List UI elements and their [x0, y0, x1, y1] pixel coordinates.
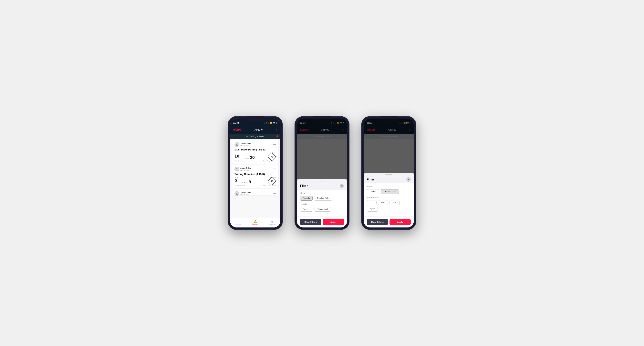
nav-home-1[interactable]: ⌂ Home: [230, 220, 247, 225]
activity-card-2[interactable]: Josh Coles 28 Feb 2023 ••• Putting Combi…: [232, 165, 278, 188]
svg-point-5: [236, 194, 238, 195]
dots-menu-2[interactable]: •••: [273, 168, 276, 171]
capture-label-1: Capture: [269, 224, 275, 225]
activity-card-3[interactable]: Josh Coles 28 Feb 2023 •••: [232, 189, 278, 195]
card-title-2: Putting Combine (3-15 ft): [234, 173, 276, 175]
info-label-2: ℹ Test Information: [234, 184, 245, 186]
red-dot-1: [276, 135, 278, 137]
dots-menu-3[interactable]: •••: [273, 192, 276, 195]
apply-btn-3[interactable]: Apply: [390, 219, 411, 225]
data-label-1: Data: Clippd Capture: [263, 160, 276, 162]
card-header-1: Josh Coles 28 Feb 2023 •••: [234, 142, 276, 147]
card-title-1: Must Make Putting (3-6 ft): [234, 148, 276, 151]
svg-point-2: [236, 168, 238, 169]
quality-badge-2: 45: [267, 177, 276, 185]
home-label-1: Home: [236, 223, 240, 225]
status-time-1: 11:33: [233, 122, 239, 124]
close-button-2[interactable]: ✕: [340, 184, 344, 188]
rounds-btn-2[interactable]: Rounds: [300, 196, 312, 201]
clear-filters-btn-2[interactable]: Clear Filters: [300, 219, 321, 225]
user-info-1: Josh Coles 28 Feb 2023: [234, 142, 251, 147]
putt-btn-3[interactable]: PUTT: [367, 207, 378, 212]
screen-3: 11:33 ▲▲▲ 🛜 clippd Activity ≡ ⚙ View: [364, 119, 414, 227]
svg-point-4: [236, 192, 238, 194]
shots-col-1: OUT OF 20: [242, 155, 255, 160]
app-title-1: Activity: [254, 128, 262, 131]
quality-badge-1: 75: [267, 152, 276, 161]
capture-icon-1: ⊕: [271, 220, 273, 223]
score-col-2: Score 0: [234, 177, 238, 183]
notch-1: [246, 116, 264, 121]
filter-icon-1: ⚙: [246, 135, 248, 138]
card-header-2: Josh Coles 28 Feb 2023 •••: [234, 167, 276, 172]
dots-menu-1[interactable]: •••: [273, 143, 276, 146]
filter-overlay-3: Filter ✕ Show Rounds Practice Drills Pra…: [364, 119, 414, 227]
practice-round-btn-2[interactable]: Practice: [300, 207, 313, 212]
sheet-body-2: Show Rounds Practice Drills Rounds Pract…: [297, 190, 347, 216]
signal-icon-1: ▲▲▲: [264, 122, 269, 124]
user-date-2: 28 Feb 2023: [240, 169, 251, 171]
arg-btn-3[interactable]: ARG: [390, 200, 400, 205]
phone-3: 11:33 ▲▲▲ 🛜 clippd Activity ≡ ⚙ View: [361, 116, 416, 230]
filter-overlay-2: Filter ✕ Show Rounds Practice Drills Rou…: [297, 119, 347, 227]
activity-list-1: Josh Coles 28 Feb 2023 ••• Must Make Put…: [230, 139, 280, 217]
ott-btn-3[interactable]: OTT: [367, 200, 376, 205]
user-info-2: Josh Coles 28 Feb 2023: [234, 167, 251, 172]
sheet-header-2: Filter ✕: [297, 181, 347, 190]
menu-icon-1[interactable]: ≡: [276, 128, 277, 131]
rounds-buttons-2: Practice Tournament: [300, 207, 344, 212]
activities-label-1: Activities: [252, 224, 258, 225]
shots-value-2: 9: [248, 179, 251, 184]
sheet-header-3: Filter ✕: [364, 175, 414, 183]
card-footer-1: ℹ Test Information Data: Clippd Capture: [234, 160, 276, 162]
quality-col-1: Shot Quality 75: [269, 152, 276, 160]
svg-point-3: [236, 170, 238, 171]
quality-value-2: 45: [270, 180, 273, 182]
battery-icon-1: [273, 122, 276, 124]
user-details-2: Josh Coles 28 Feb 2023: [240, 167, 251, 171]
phone-1: 11:33 ▲▲▲ 🛜 clippd Activity ≡ ⚙ Viewing …: [228, 116, 283, 230]
user-name-1: Josh Coles: [240, 143, 251, 145]
screen-2: 11:33 ▲▲▲ 🛜 clippd Activity ≡ ⚙ View: [297, 119, 347, 227]
score-label-2: Score: [234, 177, 238, 178]
home-icon-1: ⌂: [238, 220, 240, 223]
shots-value-1: 20: [250, 155, 255, 160]
bottom-nav-1: ⌂ Home ⛳ Activities ⊕ Capture: [230, 217, 280, 227]
user-details-1: Josh Coles 28 Feb 2023: [240, 143, 251, 147]
quality-col-2: Shot Quality 45: [269, 177, 276, 184]
svg-point-1: [236, 145, 238, 146]
apply-btn-2[interactable]: Apply: [323, 219, 344, 225]
close-button-3[interactable]: ✕: [406, 177, 411, 182]
quality-value-1: 75: [270, 156, 273, 158]
drills-buttons-3: OTT APP ARG PUTT: [367, 200, 411, 212]
score-value-1: 10: [234, 154, 239, 159]
practice-drills-btn-2[interactable]: Practice Drills: [314, 196, 332, 201]
status-icons-1: ▲▲▲ 🛜: [264, 122, 276, 124]
rounds-btn-3[interactable]: Rounds: [367, 189, 379, 194]
show-label-2: Show: [300, 192, 344, 194]
shots-col-2: OUT OF 9: [241, 179, 251, 184]
nav-activities-1[interactable]: ⛳ Activities: [247, 220, 264, 225]
activity-card-1[interactable]: Josh Coles 28 Feb 2023 ••• Must Make Put…: [232, 140, 278, 164]
show-buttons-3: Rounds Practice Drills: [367, 189, 411, 194]
score-label-1: Score: [234, 152, 239, 154]
wifi-icon-1: 🛜: [270, 122, 272, 124]
clear-filters-btn-3[interactable]: Clear Filters: [367, 219, 388, 225]
user-name-3: Josh Coles: [240, 192, 251, 194]
user-details-3: Josh Coles 28 Feb 2023: [240, 192, 251, 195]
score-value-2: 0: [234, 178, 238, 183]
practice-drills-btn-3[interactable]: Practice Drills: [381, 189, 399, 194]
filter-title-2: Filter: [300, 184, 308, 188]
app-btn-3[interactable]: APP: [378, 200, 388, 205]
card-footer-2: ℹ Test Information Data: Clippd Capture: [234, 184, 276, 186]
tournament-btn-2[interactable]: Tournament: [314, 207, 331, 212]
viewing-banner-1[interactable]: ⚙ Viewing Activities: [230, 134, 280, 139]
card-header-3: Josh Coles 28 Feb 2023 •••: [234, 191, 276, 196]
overlay-bg-3: [364, 119, 414, 173]
filter-title-3: Filter: [367, 178, 374, 181]
svg-point-0: [236, 144, 238, 145]
avatar-1: [234, 142, 239, 147]
outof-2: OUT OF: [242, 182, 248, 184]
viewing-label-1: Viewing Activities: [249, 135, 264, 138]
nav-capture-1[interactable]: ⊕ Capture: [264, 220, 280, 225]
